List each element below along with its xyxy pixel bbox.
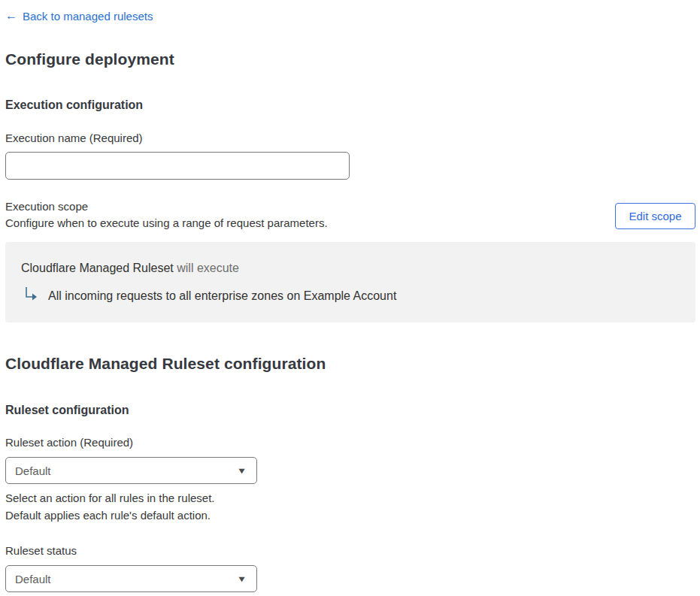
ruleset-action-select[interactable]: Default ▼ bbox=[5, 457, 257, 484]
ruleset-action-label: Ruleset action (Required) bbox=[5, 436, 695, 449]
summary-ruleset-name: Cloudflare Managed Ruleset bbox=[21, 262, 174, 274]
execution-scope-description: Configure when to execute using a range … bbox=[5, 215, 328, 231]
execution-summary-box: Cloudflare Managed Ruleset will execute … bbox=[5, 242, 695, 322]
summary-will-execute-text: will execute bbox=[177, 262, 239, 274]
ruleset-action-help: Select an action for all rules in the ru… bbox=[5, 489, 695, 524]
ruleset-configuration-subheading: Ruleset configuration bbox=[5, 404, 695, 417]
configure-deployment-page: ← Back to managed rulesets Configure dep… bbox=[0, 0, 700, 596]
branch-arrow-icon bbox=[23, 286, 39, 305]
ruleset-action-help-line1: Select an action for all rules in the ru… bbox=[5, 489, 695, 507]
back-arrow-icon: ← bbox=[5, 10, 17, 22]
execution-scope-text: Execution scope Configure when to execut… bbox=[5, 198, 328, 231]
execution-configuration-heading: Execution configuration bbox=[5, 98, 695, 112]
ruleset-status-select[interactable]: Default ▼ bbox=[5, 565, 257, 592]
execution-name-label: Execution name (Required) bbox=[5, 132, 695, 144]
ruleset-configuration-title: Cloudflare Managed Ruleset configuration bbox=[5, 355, 695, 373]
execution-scope-row: Execution scope Configure when to execut… bbox=[5, 198, 695, 231]
ruleset-status-label: Ruleset status bbox=[5, 544, 695, 557]
execution-name-input[interactable] bbox=[5, 152, 350, 180]
back-to-managed-rulesets-link[interactable]: ← Back to managed rulesets bbox=[5, 10, 153, 23]
edit-scope-button[interactable]: Edit scope bbox=[615, 203, 695, 229]
chevron-down-icon: ▼ bbox=[237, 466, 247, 475]
ruleset-action-help-line2: Default applies each rule's default acti… bbox=[5, 507, 695, 524]
chevron-down-icon: ▼ bbox=[237, 574, 247, 583]
summary-ruleset-line: Cloudflare Managed Ruleset will execute bbox=[21, 262, 680, 275]
summary-scope-line: All incoming requests to all enterprise … bbox=[23, 286, 680, 305]
execution-scope-label: Execution scope bbox=[5, 198, 328, 215]
ruleset-status-value: Default bbox=[15, 573, 51, 585]
page-title: Configure deployment bbox=[5, 50, 695, 68]
back-link-label: Back to managed rulesets bbox=[23, 10, 153, 23]
ruleset-action-value: Default bbox=[15, 464, 51, 477]
summary-scope-text: All incoming requests to all enterprise … bbox=[48, 289, 396, 303]
